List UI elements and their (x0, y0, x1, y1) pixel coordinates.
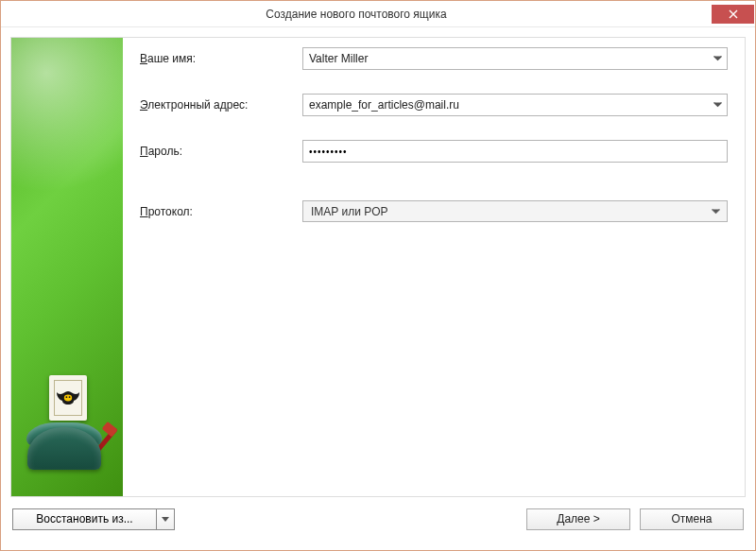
next-button-label: Далее > (557, 512, 600, 525)
name-input[interactable]: Valter Miller (302, 47, 728, 70)
chevron-down-icon[interactable] (712, 99, 723, 111)
footer: Восстановить из... Далее > Отмена (10, 497, 746, 541)
cancel-button[interactable]: Отмена (640, 508, 744, 530)
close-button[interactable] (712, 5, 754, 24)
email-input-value: example_for_articles@mail.ru (309, 98, 459, 112)
password-label: Пароль: (140, 145, 302, 158)
chevron-down-icon[interactable] (710, 206, 721, 217)
protocol-label: Протокол: (140, 205, 302, 218)
svg-point-2 (69, 396, 71, 398)
email-input[interactable]: example_for_articles@mail.ru (302, 94, 728, 116)
svg-point-0 (64, 395, 72, 402)
row-email: Электронный адрес: example_for_articles@… (140, 94, 728, 116)
password-input[interactable]: ••••••••• (302, 140, 728, 163)
protocol-select[interactable]: IMAP или POP (302, 200, 728, 222)
restore-button-label: Восстановить из... (36, 512, 132, 525)
restore-button-dropdown[interactable] (157, 509, 174, 529)
password-input-value: ••••••••• (309, 146, 348, 157)
email-label: Электронный адрес: (140, 98, 302, 112)
next-button[interactable]: Далее > (526, 508, 630, 530)
row-protocol: Протокол: IMAP или POP (140, 200, 728, 222)
svg-point-1 (66, 396, 68, 398)
window-title: Создание нового почтового ящика (1, 8, 712, 21)
row-password: Пароль: ••••••••• (140, 140, 728, 163)
restore-split-button[interactable]: Восстановить из... (12, 508, 175, 530)
dialog-window: Создание нового почтового ящика (0, 0, 756, 551)
restore-button-main[interactable]: Восстановить из... (13, 509, 157, 529)
protocol-select-value: IMAP или POP (311, 205, 388, 218)
mailbox-illustration (23, 375, 112, 479)
name-label: Ваше имя: (140, 52, 302, 65)
titlebar: Создание нового почтового ящика (1, 1, 755, 27)
bat-icon (57, 389, 79, 406)
sidebar-illustration (11, 38, 123, 496)
content-area: Ваше имя: Valter Miller Электронный адре… (1, 27, 755, 550)
inner-panel: Ваше имя: Valter Miller Электронный адре… (10, 37, 746, 497)
row-name: Ваше имя: Valter Miller (140, 47, 728, 70)
triangle-down-icon (162, 517, 169, 522)
chevron-down-icon[interactable] (712, 53, 723, 64)
cancel-button-label: Отмена (671, 512, 712, 525)
stamp-icon (49, 375, 87, 421)
close-icon (729, 9, 738, 19)
name-input-value: Valter Miller (309, 52, 368, 65)
form-area: Ваше имя: Valter Miller Электронный адре… (123, 38, 745, 496)
